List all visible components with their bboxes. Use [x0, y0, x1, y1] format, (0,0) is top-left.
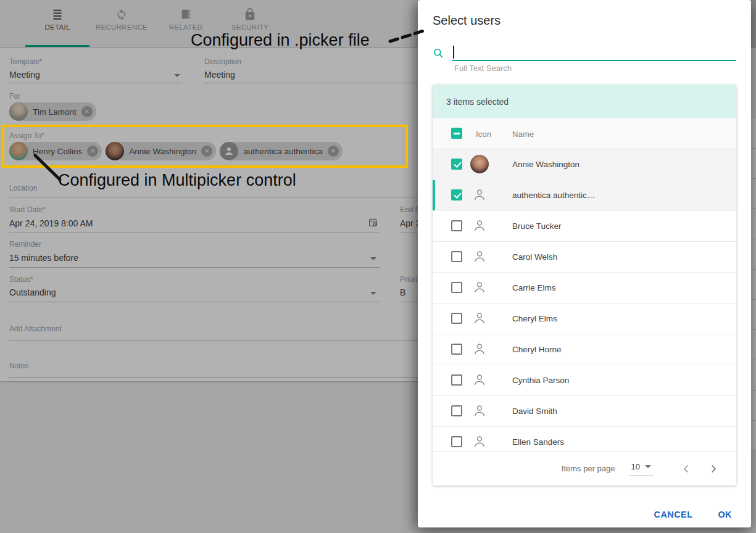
next-page-button[interactable] — [707, 462, 720, 476]
row-checkbox[interactable] — [451, 159, 462, 170]
search-icon — [432, 47, 444, 62]
user-avatar — [470, 217, 489, 235]
user-avatar — [470, 186, 489, 204]
row-checkbox[interactable] — [451, 313, 462, 324]
user-avatar — [470, 340, 489, 358]
user-row[interactable]: Carol Welsh — [433, 242, 736, 273]
page-size-select[interactable]: 10 — [629, 462, 654, 476]
user-name: Annie Washington — [512, 160, 579, 169]
user-name: Bruce Tucker — [512, 221, 562, 231]
user-avatar — [470, 278, 489, 297]
items-per-page-label: Items per page — [562, 464, 615, 473]
user-name: Cynthia Parson — [512, 376, 569, 385]
user-name: Ellen Sanders — [512, 437, 564, 447]
paginator: Items per page 10 — [433, 451, 736, 485]
select-users-dialog: Select users Full Text Search 3 items se… — [418, 0, 751, 527]
annotation-picker-file: Configured in .picker file — [191, 31, 370, 50]
user-row[interactable]: Bruce Tucker — [433, 211, 736, 242]
user-row[interactable]: authentica authentic… — [433, 180, 736, 211]
previous-page-button[interactable] — [679, 462, 693, 476]
user-avatar — [470, 309, 489, 328]
user-row[interactable]: Cheryl Horne — [433, 334, 736, 365]
row-checkbox[interactable] — [451, 374, 462, 386]
row-checkbox[interactable] — [451, 251, 462, 262]
user-row[interactable]: Cynthia Parson — [433, 365, 736, 396]
selection-banner: 3 items selected — [433, 85, 736, 118]
user-name: David Smith — [512, 407, 557, 416]
chevron-down-icon — [645, 465, 651, 468]
row-checkbox[interactable] — [451, 220, 462, 231]
ok-button[interactable]: OK — [715, 505, 734, 524]
row-checkbox[interactable] — [451, 405, 462, 416]
table-header: Icon Name — [433, 118, 736, 149]
user-row[interactable]: Carrie Elms — [433, 273, 736, 304]
screen: DETAIL RECURRENCE RELATED — [0, 0, 756, 533]
text-cursor — [453, 46, 454, 59]
user-name: Carrie Elms — [512, 283, 556, 292]
row-checkbox[interactable] — [451, 282, 462, 293]
users-list: Annie Washington authentica authentic… B… — [433, 149, 736, 458]
row-checkbox[interactable] — [451, 189, 462, 200]
user-row[interactable]: Annie Washington — [433, 149, 736, 180]
user-name: Carol Welsh — [512, 252, 557, 262]
annotation-multipicker: Configured in Multipicker control — [58, 171, 296, 190]
user-row[interactable]: David Smith — [433, 396, 736, 427]
row-checkbox[interactable] — [451, 436, 462, 447]
dialog-actions: CANCEL OK — [418, 505, 751, 524]
user-avatar — [470, 432, 489, 451]
select-all-checkbox[interactable] — [451, 128, 462, 139]
user-avatar — [470, 155, 489, 173]
user-name: authentica authentic… — [512, 191, 595, 200]
highlight-box — [2, 125, 408, 168]
user-row[interactable]: Cheryl Elms — [433, 304, 736, 334]
row-checkbox[interactable] — [451, 344, 462, 355]
dialog-title: Select users — [433, 14, 501, 28]
user-avatar — [470, 247, 489, 266]
user-avatar — [470, 371, 489, 389]
user-name: Cheryl Horne — [512, 345, 562, 354]
users-table-card: 3 items selected Icon Name Annie Washing… — [433, 85, 736, 485]
user-avatar — [470, 402, 489, 420]
user-name: Cheryl Elms — [512, 314, 557, 323]
column-header-icon: Icon — [476, 130, 491, 139]
column-header-name: Name — [512, 130, 534, 139]
cancel-button[interactable]: CANCEL — [652, 505, 696, 524]
search-input[interactable] — [454, 44, 721, 59]
search-hint: Full Text Search — [454, 64, 512, 73]
